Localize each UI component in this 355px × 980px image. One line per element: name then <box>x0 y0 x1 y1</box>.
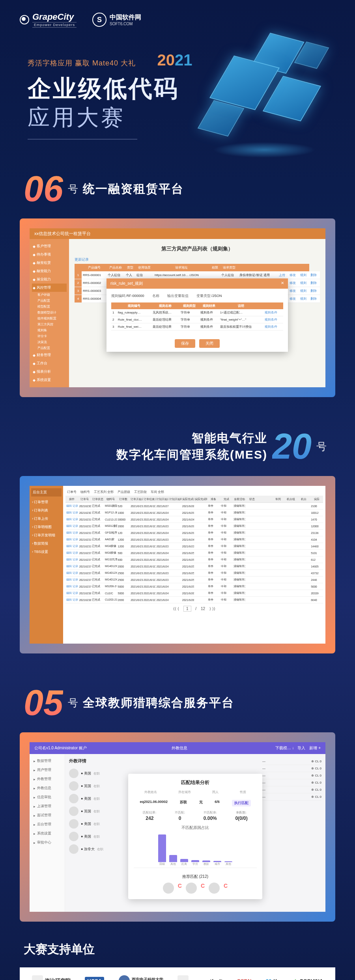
sidebar: 后台主页 › 订单管理› 订单列表› 订单上传› 订单明细图› 订单开发明细› … <box>30 486 63 644</box>
sidebar-item[interactable]: ▸外教信息 <box>32 784 62 793</box>
filter-field[interactable]: 车间 全部 <box>151 490 164 494</box>
teacher-row[interactable]: ● 加拿大在职 <box>69 843 128 855</box>
sidebar-item[interactable]: › 订单上传 <box>31 515 62 523</box>
sidebar-item[interactable]: ▸外教管理 <box>32 775 62 784</box>
sidebar-item[interactable]: ◆工作台 <box>32 359 67 368</box>
filter-field[interactable]: 工艺系列 全部 <box>94 490 114 494</box>
list-item[interactable]: —⊕ CL 0 <box>262 793 321 801</box>
sidebar-item[interactable]: ▸系统设置 <box>32 829 62 838</box>
sidebar-item[interactable]: ▸上课管理 <box>32 802 62 811</box>
sidebar-item[interactable]: ▸审批中心 <box>32 838 62 847</box>
pagination[interactable]: ⟨⟨ ⟨ 1 / 12 ⟩ ⟩⟩ <box>65 603 323 614</box>
sidebar-item[interactable]: ▸后台管理 <box>32 820 62 829</box>
close-button[interactable]: 关闭 <box>199 339 220 348</box>
avatar <box>69 794 78 803</box>
sidebar-item[interactable]: ◆财务管理 <box>32 351 67 359</box>
teacher-row[interactable]: ● 英国在职 <box>69 805 128 818</box>
sidebar-child[interactable]: 模型配置 <box>32 304 67 310</box>
filter-field[interactable]: 工艺阶段 <box>134 490 147 494</box>
stat: 性质 <box>240 790 246 795</box>
sponsor-logo: CSDN <box>237 978 252 980</box>
section-20-header: 智能电气行业 数字化车间管理系统(MES) 20 号 <box>0 429 355 464</box>
recommended-teacher[interactable]: C <box>201 883 205 894</box>
avatar <box>69 819 78 829</box>
table-row[interactable]: 编辑 记录20216231已完成CU213-239T300002021/6/23… <box>65 516 323 523</box>
sidebar-item[interactable]: › 订单开发明细 <box>31 531 62 539</box>
sidebar-child[interactable]: 客户评级 <box>32 292 67 298</box>
recommended-teacher[interactable] <box>163 883 174 894</box>
recommended-teacher[interactable]: C <box>178 883 182 894</box>
main-panel: 外教详情 ● 美国在职● 英国在职● 美国在职● 英国在职● 美国在职● 美国在… <box>65 754 325 912</box>
stat: 国人 <box>212 790 219 795</box>
list-item[interactable]: —⊕ CL 0 <box>262 772 321 779</box>
table-row[interactable]: 1RRS-000001个人征信个人征信https://account.self.… <box>75 271 320 279</box>
sidebar-item[interactable]: ▸用户管理 <box>32 765 62 775</box>
grapecity-icon <box>20 15 29 24</box>
hero-title-2: 应用大赛 <box>28 103 137 140</box>
table-row[interactable]: 编辑 记录20216238已完成CU203-219-2带26902021/6/2… <box>65 597 323 603</box>
sidebar-child[interactable]: 数据模型设计 <box>32 310 67 315</box>
teacher-row[interactable]: ● 英国在职 <box>69 780 128 792</box>
sidebar-child[interactable]: 产品配置 <box>32 345 67 351</box>
teacher-row[interactable]: ● 美国在职 <box>69 818 128 830</box>
teacher-row[interactable]: ● 美国在职 <box>69 792 128 805</box>
sidebar-item[interactable]: › 数据简报 <box>31 539 62 548</box>
table-row[interactable]: 编辑 记录20216237已完成MG32扎带6002021/6/23 0:00:… <box>65 556 323 563</box>
sidebar-item[interactable]: ◆风控管理 <box>32 284 67 292</box>
list-item[interactable]: —⊕ CL 0 <box>262 779 321 786</box>
sidebar-item[interactable]: › 订单明细图 <box>31 523 62 531</box>
table-row[interactable]: 编辑 记录20216237已完成MG8胶橡5002021/6/23 0:00:0… <box>65 550 323 556</box>
filter-field[interactable]: 订单号 <box>67 490 77 494</box>
sidebar-item[interactable]: › TBS设置 <box>31 548 62 556</box>
table-row[interactable]: 编辑 记录20216230已完成M1P12-J模板10002021/6/23 0… <box>65 510 323 516</box>
teacher-row[interactable]: ● 美国在职 <box>69 767 128 780</box>
sidebar-item[interactable]: ◆展业能力 <box>32 275 67 284</box>
table-row[interactable]: 编辑 记录20216237已完成MS208-2卡维带50002021/6/23 … <box>65 583 323 590</box>
recommended-teacher[interactable] <box>209 883 220 894</box>
table-row[interactable]: 编辑 记录20216230已完成MS01删除5202021/6/23 0:00:… <box>65 503 323 510</box>
table-row[interactable]: 编辑 记录20216231已完成GF02程序1202021/6/23 0:00:… <box>65 530 323 536</box>
sidebar-child[interactable]: 决策流 <box>32 339 67 345</box>
sidebar-item[interactable]: ▸数据管理 <box>32 756 62 765</box>
sidebar-item[interactable]: ▸面试管理 <box>32 811 62 820</box>
update-record-link[interactable]: 更新记录 <box>75 257 320 262</box>
list-item[interactable]: —⊕ CL 0 <box>262 786 321 793</box>
sponsor-logo: 36Kr <box>266 978 279 980</box>
list-item[interactable]: —⊕ CL 0 <box>262 765 321 772</box>
sidebar-item[interactable]: ◆报表分析 <box>32 368 67 376</box>
sidebar-child[interactable]: 规则集 <box>32 327 67 333</box>
sidebar-child[interactable]: 第三方风控 <box>32 321 67 327</box>
topbar-action[interactable]: 新增 + <box>308 746 321 750</box>
table-row[interactable]: 编辑 记录20216237已完成MG4012X橡20002021/6/23 0:… <box>65 563 323 570</box>
sidebar-item[interactable]: › 订单列表 <box>31 506 62 515</box>
sidebar-item[interactable]: ◆融资租赁 <box>32 259 67 267</box>
table-row[interactable]: 编辑 记录20216237已完成MG4012X橡25002021/6/23 0:… <box>65 570 323 577</box>
topbar-action[interactable]: 导入 <box>297 746 305 750</box>
table-row[interactable]: 编辑 记录20216237已完成MG4012X橡25002021/6/23 0:… <box>65 577 323 583</box>
filter-field[interactable]: 产品层级 <box>118 490 130 494</box>
recommended-teacher[interactable] <box>186 883 197 894</box>
sidebar-item[interactable]: ◆系统设置 <box>32 376 67 384</box>
sidebar-child[interactable]: 组件规则配置 <box>32 315 67 321</box>
sidebar-item[interactable]: ◆融资能力 <box>32 267 67 275</box>
list-item[interactable]: —⊕ CL 0 <box>262 758 321 765</box>
save-button[interactable]: 保存 <box>175 339 195 348</box>
table-row[interactable]: 编辑 记录20216231已完成AA01胶12002021/6/23 0:00:… <box>65 536 323 543</box>
sidebar-item[interactable]: ◆待办事项 <box>32 250 67 259</box>
sidebar-child[interactable]: 产品配置 <box>32 298 67 304</box>
sidebar-child[interactable]: 评分卡 <box>32 333 67 339</box>
table-row[interactable]: 编辑 记录20216231已完成MS012删除20002021/6/23 0:0… <box>65 523 323 530</box>
filter-field[interactable]: 物料号 <box>80 490 90 494</box>
sidebar-item[interactable]: ▸信息审批 <box>32 793 62 802</box>
recommended-teacher[interactable]: C <box>224 883 228 894</box>
close-icon[interactable]: ✕ <box>281 281 284 286</box>
sidebar-item[interactable]: › 订单管理 <box>31 498 62 506</box>
table-row[interactable]: 编辑 记录20216231已完成MG8胶橡12002021/6/23 0:00:… <box>65 543 323 550</box>
sponsors-title: 大赛支持单位 <box>0 922 355 967</box>
teacher-row[interactable]: ● 美国在职 <box>69 830 128 843</box>
sidebar-item[interactable]: ◆客户管理 <box>32 242 67 250</box>
hao-label: 号 <box>68 182 78 196</box>
table-row[interactable]: 编辑 记录20216238已完成CU2/C50002021/6/23 0:00:… <box>65 590 323 597</box>
topbar-action[interactable]: 下载模… ↓ <box>275 746 294 750</box>
soft6-logo: S 中国软件网 SOFT6.COM <box>92 13 141 27</box>
